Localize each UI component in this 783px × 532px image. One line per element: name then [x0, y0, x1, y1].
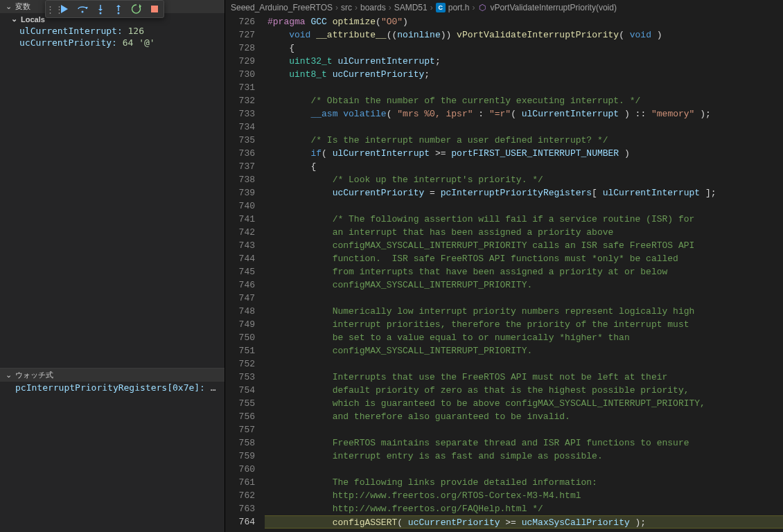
continue-button[interactable]	[55, 0, 73, 18]
code-line[interactable]: function. ISR safe FreeRTOS API function…	[265, 252, 783, 265]
grip-icon[interactable]: ⋮⋮	[46, 4, 55, 15]
code-line[interactable]: if( ulCurrentInterrupt >= portFIRST_USER…	[265, 147, 783, 160]
code-line[interactable]: from interrupts that have been assigned …	[265, 265, 783, 278]
code-content[interactable]: #pragma GCC optimize("O0") void __attrib…	[265, 15, 783, 532]
code-line[interactable]: interrupt entry is as fast and simple as…	[265, 450, 783, 463]
line-number[interactable]: 747	[225, 292, 255, 305]
breadcrumb-item[interactable]: src	[341, 3, 352, 12]
code-line[interactable]: /* Look up the interrupt's priority. */	[265, 173, 783, 186]
chevron-right-icon: ›	[389, 3, 392, 12]
line-number[interactable]: 764	[225, 515, 255, 529]
line-number[interactable]: 738	[225, 173, 255, 186]
code-line[interactable]: configMAX_SYSCALL_INTERRUPT_PRIORITY.	[265, 344, 783, 357]
line-number[interactable]: 739	[225, 186, 255, 200]
line-number[interactable]: 760	[225, 463, 255, 476]
line-number[interactable]: 755	[225, 397, 255, 410]
line-number[interactable]: 754	[225, 384, 255, 397]
line-number[interactable]: 750	[225, 331, 255, 344]
code-line[interactable]: {	[265, 42, 783, 55]
code-line[interactable]: /* The following assertion will fail if …	[265, 213, 783, 226]
code-line[interactable]: configMAX_SYSCALL_INTERRUPT_PRIORITY.	[265, 278, 783, 292]
variable-row[interactable]: ulCurrentInterrupt: 126	[0, 25, 225, 37]
line-number[interactable]: 751	[225, 344, 255, 357]
code-line[interactable]: configMAX_SYSCALL_INTERRUPT_PRIORITY cal…	[265, 239, 783, 252]
breadcrumb-item[interactable]: port.h	[448, 3, 470, 12]
line-number[interactable]: 746	[225, 278, 255, 292]
line-number[interactable]: 756	[225, 410, 255, 423]
step-into-button[interactable]	[91, 0, 109, 18]
code-line[interactable]	[265, 292, 783, 305]
line-number[interactable]: 758	[225, 436, 255, 450]
code-line[interactable]: ucCurrentPriority = pcInterruptPriorityR…	[265, 186, 783, 200]
chevron-down-icon: ⌄	[6, 2, 12, 11]
code-line[interactable]: configASSERT( ucCurrentPriority >= ucMax…	[265, 515, 783, 529]
line-number[interactable]: 753	[225, 371, 255, 384]
watch-row[interactable]: pcInterruptPriorityRegisters[0x7e]: 64 '…	[0, 382, 225, 393]
code-line[interactable]: an interrupt that has been assigned a pr…	[265, 226, 783, 239]
code-line[interactable]	[265, 357, 783, 371]
code-line[interactable]	[265, 121, 783, 134]
code-line[interactable]: http://www.freertos.org/RTOS-Cortex-M3-M…	[265, 489, 783, 502]
line-number[interactable]: 744	[225, 252, 255, 265]
line-number[interactable]: 730	[225, 68, 255, 81]
step-out-button[interactable]	[109, 0, 127, 18]
line-number[interactable]: 735	[225, 134, 255, 147]
restart-button[interactable]	[127, 0, 146, 18]
line-number[interactable]: 743	[225, 239, 255, 252]
code-line[interactable]: and therefore also guaranteed to be inva…	[265, 410, 783, 423]
code-line[interactable]: Interrupts that use the FreeRTOS API mus…	[265, 371, 783, 384]
stop-button[interactable]	[146, 0, 164, 18]
code-line[interactable]	[265, 463, 783, 476]
breadcrumb-item[interactable]: SAMD51	[394, 3, 428, 12]
line-number[interactable]: 752	[225, 357, 255, 371]
line-number[interactable]: 734	[225, 121, 255, 134]
code-editor[interactable]: 7267277287297307317327337347357367377387…	[225, 15, 783, 532]
code-line[interactable]	[265, 200, 783, 213]
variable-row[interactable]: ucCurrentPriority: 64 '@'	[0, 37, 225, 48]
line-number[interactable]: 733	[225, 107, 255, 121]
line-number[interactable]: 762	[225, 489, 255, 502]
code-line[interactable]: interrupt priorities, therefore the prio…	[265, 318, 783, 331]
code-line[interactable]: http://www.freertos.org/FAQHelp.html */	[265, 502, 783, 515]
line-number[interactable]: 742	[225, 226, 255, 239]
line-number[interactable]: 741	[225, 213, 255, 226]
code-line[interactable]: uint32_t ulCurrentInterrupt;	[265, 55, 783, 68]
breadcrumb-item[interactable]: Seeed_Arduino_FreeRTOS	[231, 3, 333, 12]
breadcrumb[interactable]: Seeed_Arduino_FreeRTOS›src›boards›SAMD51…	[225, 0, 783, 15]
line-number[interactable]: 729	[225, 55, 255, 68]
step-over-button[interactable]	[73, 0, 91, 18]
code-line[interactable]: FreeRTOS maintains separate thread and I…	[265, 436, 783, 450]
code-line[interactable]: {	[265, 160, 783, 173]
line-number[interactable]: 736	[225, 147, 255, 160]
line-number[interactable]: 728	[225, 42, 255, 55]
code-line[interactable]	[265, 423, 783, 436]
line-number[interactable]: 731	[225, 81, 255, 94]
code-line[interactable]: /* Obtain the number of the currently ex…	[265, 94, 783, 107]
code-line[interactable]: #pragma GCC optimize("O0")	[265, 15, 783, 28]
line-number[interactable]: 748	[225, 305, 255, 318]
line-number[interactable]: 740	[225, 200, 255, 213]
code-line[interactable]: /* Is the interrupt number a user define…	[265, 134, 783, 147]
code-line[interactable]: __asm volatile( "mrs %0, ipsr" : "=r"( u…	[265, 107, 783, 121]
line-number[interactable]: 759	[225, 450, 255, 463]
code-line[interactable]: which is guaranteed to be above configMA…	[265, 397, 783, 410]
code-line[interactable]: The following links provide detailed inf…	[265, 476, 783, 489]
code-line[interactable]: Numerically low interrupt priority numbe…	[265, 305, 783, 318]
code-line[interactable]	[265, 81, 783, 94]
watch-section-header[interactable]: ⌄ ウォッチ式	[0, 369, 225, 382]
line-number[interactable]: 727	[225, 28, 255, 42]
line-number[interactable]: 749	[225, 318, 255, 331]
code-line[interactable]: default priority of zero as that is the …	[265, 384, 783, 397]
breadcrumb-item[interactable]: vPortValidateInterruptPriority(void)	[490, 3, 617, 12]
line-number[interactable]: 763	[225, 502, 255, 515]
code-line[interactable]: be set to a value equal to or numericall…	[265, 331, 783, 344]
line-number[interactable]: 732	[225, 94, 255, 107]
line-number[interactable]: 726	[225, 15, 255, 28]
code-line[interactable]: void __attribute__((noinline)) vPortVali…	[265, 28, 783, 42]
line-number[interactable]: 737	[225, 160, 255, 173]
line-number[interactable]: 757	[225, 423, 255, 436]
line-number[interactable]: 761	[225, 476, 255, 489]
code-line[interactable]: uint8_t ucCurrentPriority;	[265, 68, 783, 81]
breadcrumb-item[interactable]: boards	[360, 3, 386, 12]
line-number[interactable]: 745	[225, 265, 255, 278]
